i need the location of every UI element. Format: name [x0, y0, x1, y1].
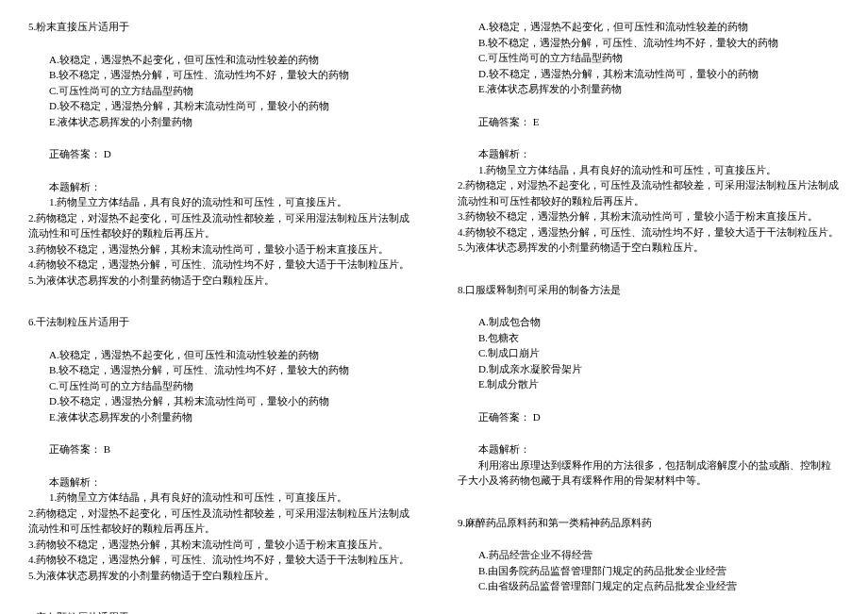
option-b: B.由国务院药品监督管理部门规定的药品批发企业经营 — [478, 563, 840, 579]
option-e: E.液体状态易挥发的小剂量药物 — [49, 114, 410, 130]
options: A.较稳定，遇湿热不起变化，但可压性和流动性较差的药物 B.较不稳定，遇湿热分解… — [28, 52, 410, 130]
analysis-title: 本题解析： — [28, 474, 410, 490]
option-c: C.可压性尚可的立方结晶型药物 — [49, 378, 410, 394]
question-7: 7.空白颗粒压片适用于 — [28, 609, 410, 614]
analysis-line: 利用溶出原理达到缓释作用的方法很多，包括制成溶解度小的盐或酯、控制粒子大小及将药… — [458, 457, 840, 489]
analysis-title: 本题解析： — [458, 146, 840, 162]
analysis-line: 2.药物稳定，对湿热不起变化，可压性及流动性都较差，可采用湿法制粒压片法制成流动… — [458, 177, 840, 208]
question-5: 5.粉末直接压片适用于 A.较稳定，遇湿热不起变化，但可压性和流动性较差的药物 … — [28, 19, 410, 288]
correct-answer: 正确答案： B — [28, 441, 410, 457]
analysis-line: 1.药物呈立方体结晶，具有良好的流动性和可压性，可直接压片。 — [28, 490, 410, 506]
option-c: C.制成口崩片 — [478, 345, 840, 361]
analysis-line: 4.药物较不稳定，遇湿热分解，可压性、流动性均不好，量较大适于干法制粒压片。 — [28, 257, 410, 273]
analysis-line: 3.药物较不稳定，遇湿热分解，其粉末流动性尚可，量较小适于粉末直接压片。 — [458, 208, 840, 224]
option-b: B.包糖衣 — [478, 330, 840, 346]
analysis-line: 1.药物呈立方体结晶，具有良好的流动性和可压性，可直接压片。 — [458, 162, 840, 178]
correct-answer: 正确答案： E — [458, 114, 840, 130]
option-b: B.较不稳定，遇湿热分解，可压性、流动性均不好，量较大的药物 — [49, 362, 410, 378]
question-8: 8.口服缓释制剂可采用的制备方法是 A.制成包合物 B.包糖衣 C.制成口崩片 … — [458, 282, 840, 489]
question-title: 9.麻醉药品原料药和第一类精神药品原料药 — [458, 515, 840, 531]
option-b: B.较不稳定，遇湿热分解，可压性、流动性均不好，量较大的药物 — [49, 67, 410, 83]
option-e: E.制成分散片 — [478, 376, 840, 392]
question-7-continued: A.较稳定，遇湿热不起变化，但可压性和流动性较差的药物 B.较不稳定，遇湿热分解… — [458, 19, 840, 256]
analysis-line: 5.为液体状态易挥发的小剂量药物适于空白颗粒压片。 — [458, 240, 840, 256]
analysis-title: 本题解析： — [458, 441, 840, 457]
page: 5.粉末直接压片适用于 A.较稳定，遇湿热不起变化，但可压性和流动性较差的药物 … — [28, 19, 840, 595]
analysis-line: 2.药物稳定，对湿热不起变化，可压性及流动性都较差，可采用湿法制粒压片法制成流动… — [28, 210, 410, 241]
analysis-title: 本题解析： — [28, 179, 410, 195]
option-e: E.液体状态易挥发的小剂量药物 — [478, 81, 840, 97]
analysis: 本题解析： 1.药物呈立方体结晶，具有良好的流动性和可压性，可直接压片。 2.药… — [28, 474, 410, 584]
option-a: A.较稳定，遇湿热不起变化，但可压性和流动性较差的药物 — [478, 19, 840, 35]
options: A.较稳定，遇湿热不起变化，但可压性和流动性较差的药物 B.较不稳定，遇湿热分解… — [458, 19, 840, 97]
options: A.药品经营企业不得经营 B.由国务院药品监督管理部门规定的药品批发企业经营 C… — [458, 547, 840, 594]
question-6: 6.干法制粒压片适用于 A.较稳定，遇湿热不起变化，但可压性和流动性较差的药物 … — [28, 314, 410, 583]
options: A.较稳定，遇湿热不起变化，但可压性和流动性较差的药物 B.较不稳定，遇湿热分解… — [28, 347, 410, 425]
question-title: 7.空白颗粒压片适用于 — [28, 609, 410, 614]
question-9: 9.麻醉药品原料药和第一类精神药品原料药 A.药品经营企业不得经营 B.由国务院… — [458, 515, 840, 611]
option-a: A.较稳定，遇湿热不起变化，但可压性和流动性较差的药物 — [49, 52, 410, 68]
question-title: 6.干法制粒压片适用于 — [28, 314, 410, 330]
question-title: 8.口服缓释制剂可采用的制备方法是 — [458, 282, 840, 298]
correct-answer: 正确答案： D — [458, 409, 840, 425]
analysis-line: 4.药物较不稳定，遇湿热分解，可压性、流动性均不好，量较大适于干法制粒压片。 — [458, 224, 840, 241]
options: A.制成包合物 B.包糖衣 C.制成口崩片 D.制成亲水凝胶骨架片 E.制成分散… — [458, 314, 840, 392]
option-a: A.较稳定，遇湿热不起变化，但可压性和流动性较差的药物 — [49, 347, 410, 363]
option-e: E.液体状态易挥发的小剂量药物 — [49, 409, 410, 425]
option-a: A.药品经营企业不得经营 — [478, 547, 840, 563]
correct-answer: 正确答案： D — [28, 146, 410, 162]
analysis: 本题解析： 1.药物呈立方体结晶，具有良好的流动性和可压性，可直接压片。 2.药… — [28, 179, 410, 289]
option-a: A.制成包合物 — [478, 314, 840, 330]
analysis-line: 1.药物呈立方体结晶，具有良好的流动性和可压性，可直接压片。 — [28, 194, 410, 210]
analysis-line: 4.药物较不稳定，遇湿热分解，可压性、流动性均不好，量较大适于干法制粒压片。 — [28, 552, 410, 568]
analysis: 本题解析： 1.药物呈立方体结晶，具有良好的流动性和可压性，可直接压片。 2.药… — [458, 146, 840, 256]
option-d: D.较不稳定，遇湿热分解，其粉末流动性尚可，量较小的药物 — [478, 66, 840, 82]
analysis-line: 2.药物稳定，对湿热不起变化，可压性及流动性都较差，可采用湿法制粒压片法制成流动… — [28, 506, 410, 537]
analysis-line: 3.药物较不稳定，遇湿热分解，其粉末流动性尚可，量较小适于粉末直接压片。 — [28, 241, 410, 257]
option-d: D.较不稳定，遇湿热分解，其粉末流动性尚可，量较小的药物 — [49, 98, 410, 114]
analysis-line: 3.药物较不稳定，遇湿热分解，其粉末流动性尚可，量较小适于粉末直接压片。 — [28, 537, 410, 553]
left-column: 5.粉末直接压片适用于 A.较稳定，遇湿热不起变化，但可压性和流动性较差的药物 … — [28, 19, 410, 595]
option-b: B.较不稳定，遇湿热分解，可压性、流动性均不好，量较大的药物 — [478, 35, 840, 51]
analysis-line: 5.为液体状态易挥发的小剂量药物适于空白颗粒压片。 — [28, 568, 410, 584]
right-column: A.较稳定，遇湿热不起变化，但可压性和流动性较差的药物 B.较不稳定，遇湿热分解… — [458, 19, 840, 595]
analysis-line: 5.为液体状态易挥发的小剂量药物适于空白颗粒压片。 — [28, 273, 410, 289]
option-c: C.可压性尚可的立方结晶型药物 — [49, 83, 410, 99]
option-c: C.可压性尚可的立方结晶型药物 — [478, 50, 840, 66]
option-d: D.制成亲水凝胶骨架片 — [478, 361, 840, 377]
option-c: C.由省级药品监督管理部门规定的定点药品批发企业经营 — [478, 578, 840, 594]
analysis: 本题解析： 利用溶出原理达到缓释作用的方法很多，包括制成溶解度小的盐或酯、控制粒… — [458, 441, 840, 489]
option-d: D.较不稳定，遇湿热分解，其粉末流动性尚可，量较小的药物 — [49, 393, 410, 409]
question-title: 5.粉末直接压片适用于 — [28, 19, 410, 35]
